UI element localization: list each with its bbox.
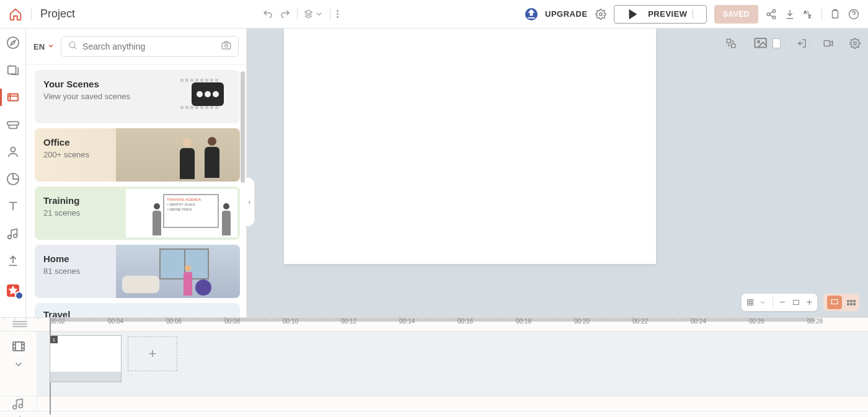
- rail-scenes-icon[interactable]: [6, 90, 20, 104]
- top-center-group: [75, 8, 525, 20]
- card-training[interactable]: Training 21 scenes TRAINING AGENDA > IDE…: [35, 187, 240, 240]
- view-mode-toggle[interactable]: [823, 294, 859, 311]
- scene-number: 1: [50, 336, 58, 343]
- undo-icon[interactable]: [262, 9, 273, 20]
- help-icon[interactable]: [848, 9, 859, 20]
- rail-characters-icon[interactable]: [6, 145, 20, 159]
- chevron-down-icon[interactable]: [13, 359, 24, 370]
- ruler-marks: 00:0200:0400:0600:0800:1000:1200:1400:16…: [50, 318, 868, 331]
- clipboard-icon[interactable]: [830, 9, 841, 20]
- replace-icon[interactable]: [725, 38, 737, 49]
- exit-icon[interactable]: [796, 38, 807, 49]
- canvas-area[interactable]: − +: [247, 29, 868, 317]
- timeline: 00:0200:0400:0600:0800:1000:1200:1400:16…: [0, 317, 868, 417]
- project-title[interactable]: Project: [40, 7, 75, 20]
- search-input[interactable]: [82, 42, 216, 51]
- divider: [31, 8, 32, 20]
- view-single-icon[interactable]: [827, 296, 842, 309]
- video-icon[interactable]: [823, 38, 834, 49]
- timeline-track[interactable]: 1 +: [37, 331, 868, 396]
- svg-rect-24: [13, 342, 24, 351]
- main-area: EN Your Scenes View your saved scenes: [0, 29, 868, 317]
- ruler-tick: 00:06: [166, 318, 182, 325]
- preview-button[interactable]: PREVIEW: [614, 5, 707, 24]
- timeline-scenes-icon[interactable]: [11, 339, 26, 354]
- view-grid-icon[interactable]: [847, 300, 856, 305]
- svg-rect-9: [7, 66, 16, 74]
- rail-explore-icon[interactable]: [6, 36, 20, 50]
- zoom-box: − +: [742, 294, 817, 311]
- drag-handle-icon[interactable]: [12, 321, 27, 327]
- camera-icon[interactable]: [221, 40, 232, 53]
- card-home[interactable]: Home 81 scenes: [35, 245, 240, 298]
- card-illustration: TRAINING AGENDA > IDENTIFY GOALS > DEFIN…: [126, 189, 237, 237]
- rail-templates-icon[interactable]: [6, 63, 20, 77]
- svg-point-11: [11, 147, 15, 152]
- svg-point-0: [599, 12, 602, 15]
- grid-menu[interactable]: [746, 299, 766, 306]
- layers-menu[interactable]: [304, 9, 324, 19]
- preview-label: PREVIEW: [648, 9, 687, 19]
- translate-icon[interactable]: AZ: [803, 9, 814, 20]
- timeline-audio-icon[interactable]: [0, 397, 37, 411]
- upgrade-badge-icon[interactable]: [525, 8, 538, 20]
- ruler-tick: 00:18: [516, 318, 531, 325]
- timeline-scene-thumb[interactable]: 1: [50, 335, 122, 382]
- search-box[interactable]: [61, 36, 239, 57]
- zoom-in-button[interactable]: +: [807, 297, 812, 308]
- card-your-scenes[interactable]: Your Scenes View your saved scenes: [35, 70, 240, 123]
- zoom-out-button[interactable]: −: [779, 297, 785, 308]
- language-selector[interactable]: EN: [33, 42, 55, 51]
- timeline-body: 1 +: [0, 331, 868, 396]
- divider: [744, 37, 745, 50]
- svg-rect-21: [748, 300, 753, 305]
- ruler-tick: 00:04: [108, 318, 123, 325]
- library-header: EN: [26, 29, 246, 65]
- svg-rect-10: [7, 94, 18, 101]
- chevron-down-icon[interactable]: [693, 9, 700, 19]
- scene-duration-bar[interactable]: [50, 372, 121, 382]
- ruler-tick: 00:12: [341, 318, 356, 325]
- zoom-controls: − +: [742, 294, 859, 311]
- canvas[interactable]: [284, 29, 656, 264]
- collapse-panel-button[interactable]: ‹: [245, 177, 255, 227]
- download-icon[interactable]: [784, 9, 795, 20]
- search-icon: [68, 40, 78, 53]
- language-label: EN: [33, 42, 45, 51]
- card-illustration: [116, 128, 240, 182]
- rail-apps-icon[interactable]: [6, 284, 20, 297]
- background-control[interactable]: [752, 36, 781, 51]
- add-scene-button[interactable]: +: [128, 336, 177, 371]
- divider: [841, 37, 842, 50]
- card-travel[interactable]: Travel: [35, 303, 240, 317]
- canvas-toolbar: [725, 36, 861, 51]
- left-rail: [0, 29, 26, 317]
- redo-icon[interactable]: [280, 9, 291, 20]
- card-illustration: [116, 245, 240, 298]
- scrollbar[interactable]: [241, 71, 245, 183]
- divider: [822, 8, 822, 20]
- settings-icon[interactable]: [595, 9, 606, 20]
- upgrade-button[interactable]: UPGRADE: [545, 9, 588, 19]
- top-bar: Project UPGRADE PREVIEW SAVED AZ: [0, 0, 868, 29]
- timeline-footer: − +: [0, 411, 868, 417]
- library-list[interactable]: Your Scenes View your saved scenes Offic…: [26, 65, 246, 317]
- svg-rect-15: [727, 40, 730, 43]
- timeline-zoom-in[interactable]: +: [17, 413, 22, 418]
- timeline-zoom-out[interactable]: −: [5, 413, 10, 418]
- zoom-fit-button[interactable]: [792, 299, 800, 306]
- home-icon[interactable]: [9, 7, 22, 21]
- canvas-settings-icon[interactable]: [849, 38, 861, 49]
- ruler-tick: 00:16: [458, 318, 473, 325]
- svg-point-3: [773, 16, 776, 19]
- card-office[interactable]: Office 200+ scenes: [35, 128, 240, 182]
- more-menu-icon[interactable]: [337, 10, 339, 18]
- rail-audio-icon[interactable]: [6, 227, 20, 240]
- rail-props-icon[interactable]: [6, 118, 20, 131]
- share-icon[interactable]: [766, 9, 777, 20]
- rail-text-icon[interactable]: [6, 200, 20, 213]
- svg-point-1: [773, 9, 776, 12]
- rail-upload-icon[interactable]: [6, 254, 20, 268]
- rail-charts-icon[interactable]: [6, 172, 20, 186]
- timeline-ruler[interactable]: 00:0200:0400:0600:0800:1000:1200:1400:16…: [0, 318, 868, 331]
